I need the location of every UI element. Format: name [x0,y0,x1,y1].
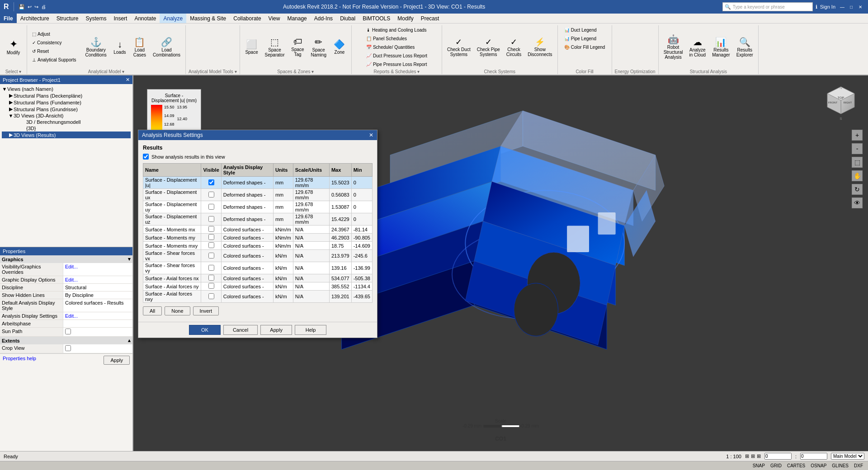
crop-view-checkbox[interactable] [65,345,71,351]
osnap-btn[interactable]: OSNAP [809,463,828,468]
quick-access-undo[interactable]: ↩ [28,4,32,10]
ribbon-btn-results-manager[interactable]: 📊 Results Manager [710,35,732,59]
table-row[interactable]: Surface - Moments mx Colored surfaces - … [143,226,373,234]
tree-structural-decken[interactable]: ▶ Structural Plans (Deckenpläne) [2,92,131,99]
visible-checkbox[interactable] [208,179,214,185]
quick-access-save[interactable]: 💾 [19,4,25,10]
cell-visible[interactable] [201,213,221,226]
ribbon-btn-schedule[interactable]: 📅 Schedule/ Quantities [364,43,429,51]
menu-diubal[interactable]: Diubal [336,14,359,23]
ribbon-btn-panel[interactable]: 📋 Panel Schedules [364,35,429,42]
cell-visible[interactable] [201,177,221,189]
ribbon-btn-space-separator[interactable]: ⬚ Space Separator [263,35,287,59]
dialog-close-icon[interactable]: ✕ [369,132,373,138]
menu-structure[interactable]: Structure [53,14,82,23]
ribbon-btn-boundary[interactable]: ⚓ Boundary Conditions [83,35,109,59]
ribbon-btn-disconnects[interactable]: ⚡ Show Disconnects [525,36,554,58]
menu-systems[interactable]: Systems [82,14,110,23]
ribbon-btn-color-fill-legend[interactable]: 🎨 Color Fill Legend [562,43,608,51]
cartes-btn[interactable]: CARTES [786,463,807,468]
menu-modify[interactable]: Modify [394,14,417,23]
ribbon-btn-space-naming[interactable]: ✏ Space Naming [309,35,329,59]
ribbon-btn-reset[interactable]: ↺ Reset [30,47,79,55]
btn-cancel[interactable]: Cancel [223,325,258,335]
minimize-btn[interactable]: — [838,3,846,11]
menu-addins[interactable]: Add-Ins [311,14,336,23]
btn-all[interactable]: All [143,306,162,315]
visible-checkbox[interactable] [208,204,214,210]
tree-structural-funda[interactable]: ▶ Structural Plans (Fundamente) [2,99,131,106]
sign-in[interactable]: Sign In [820,4,835,9]
nav-orbit[interactable]: ↻ [852,184,863,195]
ribbon-btn-duct-pressure[interactable]: 📈 Duct Pressure Loss Report [364,52,429,60]
btn-help[interactable]: Help [295,325,326,335]
table-row[interactable]: Surface - Displacement ux Deformed shape… [143,189,373,201]
project-browser-close[interactable]: ✕ [126,77,130,83]
search-box[interactable]: 🔍 Type a keyword or phrase [722,2,813,11]
snap-btn[interactable]: SNAP [751,463,766,468]
cell-visible[interactable] [201,201,221,213]
table-row[interactable]: Surface - Displacement uz Deformed shape… [143,213,373,226]
ribbon-btn-space-tag[interactable]: 🏷 Space Tag [289,35,307,58]
properties-help-link[interactable]: Properties help [3,356,36,365]
cell-visible[interactable] [201,262,221,274]
quick-access-print[interactable]: 🖨 [41,4,46,9]
ribbon-btn-load-cases[interactable]: 📋 Load Cases [131,35,149,59]
visible-checkbox[interactable] [208,253,214,258]
cell-visible[interactable] [201,234,221,242]
model-select[interactable]: Main Model [831,453,864,460]
ribbon-btn-adjust[interactable]: ⬚ Adjust [30,30,79,38]
tree-berechnungsmodell[interactable]: 3D / Berechnungsmodell [2,119,131,125]
coord-y-input[interactable] [800,453,827,460]
tree-3d-ansicht[interactable]: ▼ 3D Views (3D-Ansicht) [2,113,131,119]
tree-views[interactable]: ▼ Views (nach Namen) [2,86,131,92]
prop-analysis-display-value[interactable]: Edit... [63,312,132,320]
visible-checkbox[interactable] [208,242,214,248]
dialog-show-results-checkbox[interactable] [143,154,149,160]
ribbon-btn-consistency[interactable]: ✓ Consistency [30,39,79,47]
ribbon-btn-check-duct[interactable]: ✓ Check Duct Systems [445,36,473,58]
close-btn[interactable]: ✕ [856,3,864,11]
ribbon-btn-modify[interactable]: ✦ Modify [5,37,23,56]
visible-checkbox[interactable] [208,216,214,222]
visible-checkbox[interactable] [208,283,214,289]
quick-access-redo[interactable]: ↪ [34,4,38,10]
dialog-titlebar[interactable]: Analysis Results Settings ✕ [138,130,377,140]
menu-collaborate[interactable]: Collaborate [230,14,264,23]
visible-checkbox[interactable] [208,293,214,299]
menu-architecture[interactable]: Architecture [17,14,53,23]
cell-visible[interactable] [201,291,221,303]
table-row[interactable]: Surface - Axial forces nxy Colored surfa… [143,291,373,303]
sun-path-checkbox[interactable] [65,329,71,334]
table-row[interactable]: Surface - Moments mxy Colored surfaces -… [143,242,373,250]
visible-checkbox[interactable] [208,192,214,197]
grid-btn[interactable]: GRID [769,463,783,468]
visible-checkbox[interactable] [208,226,214,232]
table-row[interactable]: Surface - Moments my Colored surfaces - … [143,234,373,242]
table-row[interactable]: Surface - Axial forces ny Colored surfac… [143,282,373,291]
ribbon-btn-robot[interactable]: 🤖 Robot Structural Analysis [661,33,685,61]
tree-3d-results[interactable]: ▶ 3D Views (Results) [2,132,131,138]
table-row[interactable]: Surface - Shear forces vx Colored surfac… [143,250,373,262]
menu-view[interactable]: View [265,14,284,23]
cell-visible[interactable] [201,189,221,201]
cell-visible[interactable] [201,242,221,250]
ribbon-btn-duct-legend[interactable]: 📊 Duct Legend [562,26,608,34]
properties-apply-btn[interactable]: Apply [104,356,130,365]
table-row[interactable]: Surface - Shear forces vy Colored surfac… [143,262,373,274]
nav-zoom-out[interactable]: - [852,143,863,154]
cell-visible[interactable] [201,274,221,282]
btn-none[interactable]: None [165,306,190,315]
dxf-btn[interactable]: DXF [853,463,864,468]
ribbon-btn-loads[interactable]: ↓ Loads [111,38,129,56]
menu-massing[interactable]: Massing & Site [186,14,230,23]
nav-pan[interactable]: ✋ [852,170,863,181]
ribbon-btn-analyze-cloud[interactable]: ☁ Analyze in Cloud [687,35,708,59]
btn-ok[interactable]: OK [189,325,221,335]
ribbon-btn-heating[interactable]: 🌡 Heating and Cooling Loads [364,26,429,34]
menu-file[interactable]: File [0,14,17,23]
viewcube[interactable]: TOP RIGHT FRONT S N [823,85,859,121]
ribbon-btn-zone[interactable]: 🔷 Zone [330,38,349,56]
prop-visibility-value[interactable]: Edit... [63,263,132,276]
menu-manage[interactable]: Manage [283,14,310,23]
